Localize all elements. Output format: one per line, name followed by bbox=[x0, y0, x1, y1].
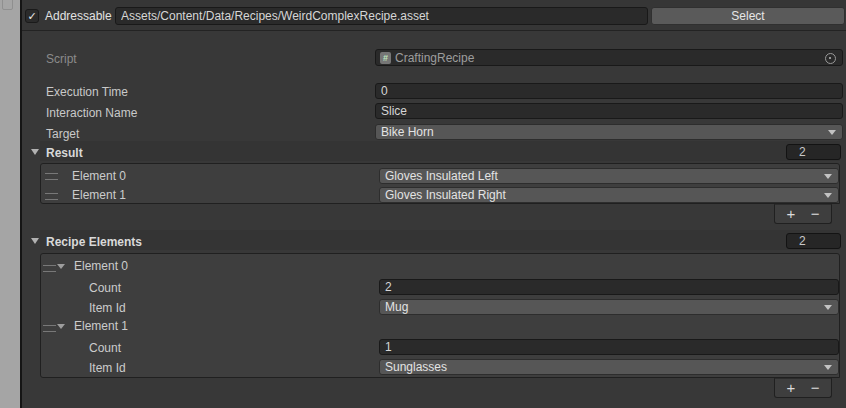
execution-time-input[interactable] bbox=[375, 83, 843, 99]
script-label: Script bbox=[46, 52, 77, 66]
script-object-name: CraftingRecipe bbox=[395, 51, 474, 65]
faint-asset-icon bbox=[2, 0, 13, 10]
element0-count-input[interactable] bbox=[379, 279, 839, 295]
interaction-name-label: Interaction Name bbox=[46, 106, 137, 120]
addressable-path-input[interactable] bbox=[115, 7, 648, 25]
chevron-down-icon bbox=[828, 130, 836, 135]
addressable-checkbox[interactable]: ✓ bbox=[25, 9, 39, 23]
add-element-button[interactable]: + bbox=[782, 206, 799, 222]
result-section-label: Result bbox=[46, 146, 83, 160]
select-button[interactable]: Select bbox=[651, 7, 845, 25]
result-list-footer: + − bbox=[774, 204, 832, 224]
result-size-input[interactable] bbox=[786, 144, 841, 160]
interaction-name-input[interactable] bbox=[375, 103, 843, 119]
element0-foldout-icon[interactable] bbox=[57, 264, 65, 269]
result-list-box: Element 0 Gloves Insulated Left Element … bbox=[40, 163, 840, 204]
chevron-down-icon bbox=[824, 193, 832, 198]
recipe-elements-section-label: Recipe Elements bbox=[46, 235, 142, 249]
execution-time-label: Execution Time bbox=[46, 85, 128, 99]
result-element0-value: Gloves Insulated Left bbox=[385, 169, 498, 183]
csharp-script-icon: # bbox=[380, 52, 391, 64]
object-picker-icon[interactable] bbox=[825, 53, 836, 64]
element1-item-id-label: Item Id bbox=[89, 361, 126, 375]
adjacent-window-edge bbox=[0, 0, 20, 408]
element0-item-id-dropdown[interactable]: Mug bbox=[379, 299, 839, 315]
chevron-down-icon bbox=[824, 365, 832, 370]
element1-item-id-value: Sunglasses bbox=[385, 360, 447, 374]
checkmark-icon: ✓ bbox=[27, 10, 36, 22]
drag-handle-icon[interactable] bbox=[43, 265, 56, 272]
recipe-elements-header-band bbox=[40, 230, 840, 250]
element1-count-label: Count bbox=[89, 341, 121, 355]
addressable-label: Addressable bbox=[45, 9, 112, 23]
target-dropdown-value: Bike Horn bbox=[381, 125, 434, 139]
recipe-element1-label: Element 1 bbox=[74, 319, 128, 333]
add-element-button[interactable]: + bbox=[782, 380, 799, 396]
result-element0-dropdown[interactable]: Gloves Insulated Left bbox=[379, 168, 839, 184]
recipe-elements-size-input[interactable] bbox=[786, 233, 841, 249]
result-element0-label: Element 0 bbox=[72, 169, 126, 183]
remove-element-button[interactable]: − bbox=[807, 206, 824, 222]
element0-item-id-value: Mug bbox=[385, 300, 408, 314]
script-object-field[interactable]: # CraftingRecipe bbox=[375, 49, 843, 66]
result-foldout-icon[interactable] bbox=[31, 149, 39, 155]
recipe-elements-list-box: Element 0 Count Item Id Mug Element 1 Co… bbox=[40, 253, 840, 378]
recipe-elements-foldout-icon[interactable] bbox=[31, 238, 39, 244]
result-header-band bbox=[40, 141, 840, 161]
drag-handle-icon[interactable] bbox=[45, 173, 58, 180]
target-label: Target bbox=[46, 127, 79, 141]
result-element1-dropdown[interactable]: Gloves Insulated Right bbox=[379, 187, 839, 203]
unity-inspector-window: ✓ Addressable Select Script # CraftingRe… bbox=[0, 0, 846, 408]
inspector-panel: ✓ Addressable Select Script # CraftingRe… bbox=[22, 0, 846, 408]
result-element1-value: Gloves Insulated Right bbox=[385, 188, 506, 202]
element1-item-id-dropdown[interactable]: Sunglasses bbox=[379, 359, 839, 375]
element0-item-id-label: Item Id bbox=[89, 301, 126, 315]
recipe-elements-list-footer: + − bbox=[774, 378, 832, 398]
remove-element-button[interactable]: − bbox=[807, 380, 824, 396]
element1-count-input[interactable] bbox=[379, 339, 839, 355]
drag-handle-icon[interactable] bbox=[43, 325, 56, 332]
chevron-down-icon bbox=[824, 174, 832, 179]
element0-count-label: Count bbox=[89, 281, 121, 295]
drag-handle-icon[interactable] bbox=[45, 193, 58, 200]
addressable-header-bar: ✓ Addressable Select bbox=[22, 0, 846, 31]
recipe-element0-label: Element 0 bbox=[74, 259, 128, 273]
result-element1-label: Element 1 bbox=[72, 188, 126, 202]
element1-foldout-icon[interactable] bbox=[57, 324, 65, 329]
target-dropdown[interactable]: Bike Horn bbox=[375, 124, 843, 140]
chevron-down-icon bbox=[824, 305, 832, 310]
